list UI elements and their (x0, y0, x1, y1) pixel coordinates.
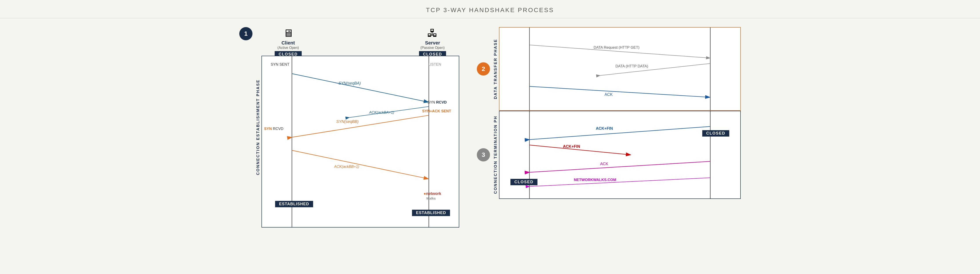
svg-text:ACK(ackBA+1): ACK(ackBA+1) (369, 111, 394, 115)
data-transfer-box: DATA Request (HTTP GET) DATA (HTTP DATA)… (499, 27, 741, 111)
svg-line-10 (292, 151, 428, 179)
phase-label-2: DATA TRANSFER PHASE (492, 27, 499, 111)
svg-text:ACK+FIN: ACK+FIN (596, 126, 613, 131)
svg-line-27 (530, 145, 631, 155)
svg-text:DATA Request (HTTP GET): DATA Request (HTTP GET) (593, 45, 640, 50)
client-endpoint: 🖥 Client (Active Open) CLOSED (275, 27, 302, 58)
diagram-container: 1 CONNECTION ESTABLISHMENT PHASE 🖥 Clien… (0, 18, 980, 236)
data-transfer-section: 2 DATA TRANSFER PHASE (477, 27, 741, 111)
svg-text:ACK: ACK (605, 92, 612, 97)
phase-number-2: 2 (477, 62, 490, 75)
conn-termination-box: CLOSED CLOSED (499, 111, 741, 199)
phase-label-1: CONNECTION ESTABLISHMENT PHASE (255, 27, 261, 228)
svg-text:SYN(seqBA): SYN(seqBA) (338, 81, 361, 85)
phase-label-3: CONNECTION TERMINATION PH (492, 111, 499, 199)
data-transfer-svg: DATA Request (HTTP GET) DATA (HTTP DATA)… (500, 27, 740, 111)
phase-number-1: 1 (239, 27, 253, 40)
svg-line-19 (530, 87, 710, 97)
main-title: TCP 3-WAY HANDSHAKE PROCESS (0, 0, 980, 18)
left-arrows-svg: SYN(seqBA) ACK(ackBA+1) SYN(seqBB) ACK(a… (262, 56, 459, 227)
server-endpoint: 🖧 Server (Passive Open) CLOSED (419, 27, 446, 58)
right-diagrams: 2 DATA TRANSFER PHASE (477, 27, 741, 199)
svg-text:NETWORKWALKS.COM: NETWORKWALKS.COM (574, 178, 616, 182)
svg-line-4 (292, 74, 428, 102)
svg-line-31 (530, 178, 710, 187)
svg-text:SYN(seqBB): SYN(seqBB) (336, 119, 359, 124)
client-icon: 🖥 (283, 27, 294, 39)
svg-line-29 (530, 162, 710, 173)
connection-box: SYN SENT LISTEN SYN RCVD SYN+ACK SENT SY… (261, 56, 459, 228)
svg-line-8 (292, 115, 428, 137)
phase-number-3: 3 (477, 148, 490, 162)
client-sub: (Active Open) (277, 46, 299, 50)
server-name: Server (425, 40, 440, 46)
left-diagram: 1 CONNECTION ESTABLISHMENT PHASE 🖥 Clien… (239, 27, 459, 228)
svg-text:DATA (HTTP DATA): DATA (HTTP DATA) (616, 64, 648, 68)
conn-termination-section: 3 CONNECTION TERMINATION PH CLOSED CLOSE… (477, 111, 741, 199)
svg-text:ACK+FIN: ACK+FIN (563, 144, 580, 149)
svg-line-25 (530, 127, 710, 139)
svg-text:ACK(ackBB+1): ACK(ackBB+1) (334, 165, 359, 169)
conn-term-svg: ACK+FIN ACK+FIN ACK NETWORKWALKS.COM (500, 111, 740, 199)
client-name: Client (282, 40, 295, 46)
server-icon: 🖧 (427, 27, 438, 39)
server-sub: (Passive Open) (420, 46, 444, 50)
svg-text:ACK: ACK (600, 162, 608, 166)
